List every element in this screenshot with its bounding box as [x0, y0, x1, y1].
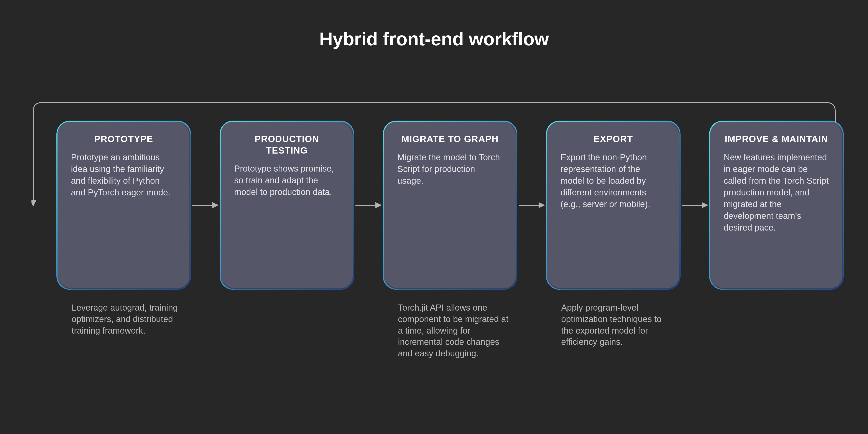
stage-col-export: EXPORT Export the non-Python representat…	[546, 121, 681, 359]
stage-col-prototype: PROTOTYPE Prototype an ambitious idea us…	[56, 121, 191, 359]
diagram-canvas: Hybrid front-end workflow PROTOTYPE Prot…	[0, 0, 868, 434]
stage-col-production-testing: PRODUCTION TESTING Prototype shows promi…	[220, 121, 354, 359]
svg-marker-2	[212, 202, 219, 208]
stage-heading: IMPROVE & MAINTAIN	[724, 133, 829, 145]
stage-body: Migrate the model to Torch Script for pr…	[397, 152, 503, 187]
stage-col-improve-maintain: IMPROVE & MAINTAIN New features implemen…	[709, 121, 844, 359]
stage-heading: PRODUCTION TESTING	[234, 133, 340, 156]
stage-col-migrate-to-graph: MIGRATE TO GRAPH Migrate the model to To…	[383, 121, 517, 359]
stage-box-improve-maintain: IMPROVE & MAINTAIN New features implemen…	[709, 121, 844, 290]
stage-footnote: Apply program-level optimization techniq…	[546, 302, 681, 348]
arrow-1	[191, 121, 220, 290]
arrow-2	[354, 121, 383, 290]
arrow-right-icon	[681, 199, 709, 212]
stage-box-export: EXPORT Export the non-Python representat…	[546, 121, 681, 290]
stage-box-migrate-to-graph: MIGRATE TO GRAPH Migrate the model to To…	[383, 121, 517, 290]
stage-heading: PROTOTYPE	[71, 133, 177, 145]
svg-marker-0	[31, 200, 36, 207]
stage-heading: MIGRATE TO GRAPH	[397, 133, 503, 145]
arrow-right-icon	[354, 199, 383, 212]
stage-body: Prototype an ambitious idea using the fa…	[71, 152, 177, 198]
stage-heading: EXPORT	[560, 133, 666, 145]
svg-marker-6	[538, 202, 545, 208]
stage-row: PROTOTYPE Prototype an ambitious idea us…	[56, 121, 844, 359]
stage-body: New features implemented in eager mode c…	[724, 152, 829, 233]
arrow-4	[681, 121, 709, 290]
stage-box-production-testing: PRODUCTION TESTING Prototype shows promi…	[220, 121, 354, 290]
stage-body: Export the non-Python representation of …	[560, 152, 666, 210]
diagram-title: Hybrid front-end workflow	[0, 28, 868, 50]
arrow-right-icon	[517, 199, 546, 212]
arrow-right-icon	[191, 199, 220, 212]
stage-body: Prototype shows promise, so train and ad…	[234, 163, 340, 198]
stage-box-prototype: PROTOTYPE Prototype an ambitious idea us…	[56, 121, 191, 290]
stage-footnote: Torch.jit API allows one component to be…	[383, 302, 517, 359]
arrow-3	[517, 121, 546, 290]
stage-footnote: Leverage autograd, training optimizers, …	[56, 302, 191, 336]
svg-marker-8	[702, 202, 708, 208]
svg-marker-4	[375, 202, 382, 208]
